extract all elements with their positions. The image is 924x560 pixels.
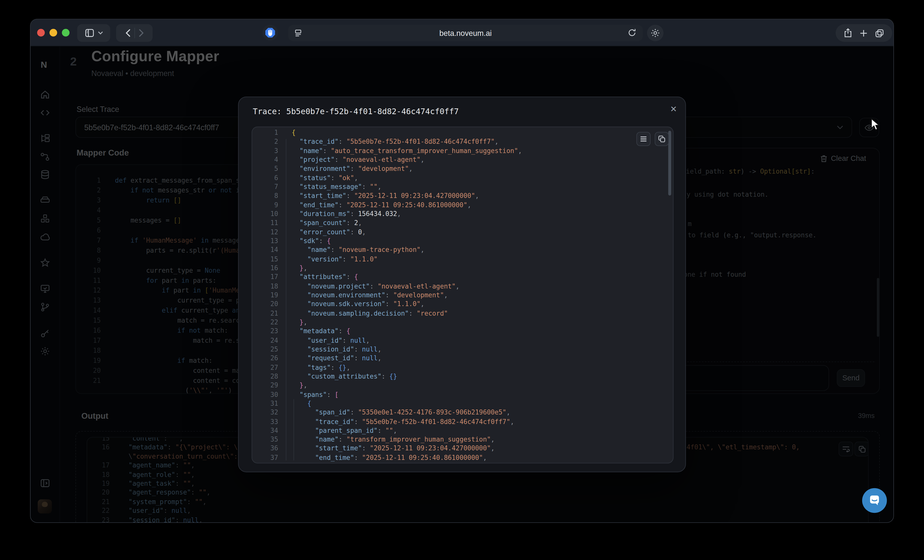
nav-button-group (116, 24, 153, 42)
mouse-cursor (871, 118, 881, 132)
trace-modal-title: Trace: 5b5e0b7e-f52b-4f01-8d82-46c474cf0… (253, 106, 459, 116)
format-json-button[interactable] (636, 132, 651, 146)
code-line: 36 "start_time": "2025-12-11 09:23:04.42… (252, 444, 673, 454)
minimize-window-button[interactable] (50, 29, 57, 37)
code-line: 31 { (252, 399, 673, 408)
sidebar-icon (85, 28, 94, 38)
content-blocker-extension-button[interactable] (262, 25, 278, 40)
code-line: 18 "noveum.project": "novaeval-etl-agent… (252, 282, 673, 291)
code-line: 32 "span_id": "5350e0e1-4252-4176-893c-9… (252, 408, 673, 417)
code-line: 16 }, (252, 264, 673, 273)
code-line: 4 "project": "novaeval-etl-agent", (252, 156, 673, 165)
code-line: 11 "span_count": 2, (252, 219, 673, 228)
code-line: 15 "version": "1.1.0" (252, 255, 673, 264)
url-text: beta.noveum.ai (440, 28, 492, 37)
new-tab-icon[interactable] (860, 29, 867, 37)
code-line: 26 "request_id": null, (252, 354, 673, 363)
zoom-window-button[interactable] (62, 29, 69, 37)
code-line: 12 "error_count": 0, (252, 228, 673, 237)
url-bar[interactable]: beta.noveum.ai (288, 25, 643, 41)
code-line: 7 "status_message": "", (252, 183, 673, 192)
forward-icon[interactable] (138, 29, 143, 37)
menu-lines-icon (640, 136, 647, 142)
trace-modal: Trace: 5b5e0b7e-f52b-4f01-8d82-46c474cf0… (238, 97, 686, 472)
code-line: 35 "name": "transform_improver_human_sug… (252, 435, 673, 444)
code-line: 23 "metadata": { (252, 327, 673, 336)
code-line: 1{ (252, 129, 673, 138)
back-icon[interactable] (125, 29, 130, 37)
code-line: 28 "custom_attributes": {} (252, 372, 673, 381)
close-icon[interactable]: ✕ (666, 102, 681, 116)
code-line: 34 "parent_span_id": "", (252, 426, 673, 435)
code-line: 21 "noveum.sampling.decision": "record" (252, 309, 673, 318)
code-line: 10 "duration_ms": 156434.032, (252, 210, 673, 219)
browser-window: beta.noveum.ai N (30, 19, 894, 523)
chevron-down-icon (98, 31, 103, 34)
reader-icon[interactable] (294, 29, 302, 37)
screen: beta.noveum.ai N (0, 0, 924, 560)
share-icon[interactable] (844, 28, 852, 38)
code-line: 9 "end_time": "2025-12-11 09:25:40.86100… (252, 201, 673, 210)
code-line: 3 "name": "auto_trace_transform_improver… (252, 147, 673, 156)
code-line: 8 "start_time": "2025-12-11 09:23:04.427… (252, 192, 673, 201)
code-line: 33 "trace_id": "5b5e0b7e-f52b-4f01-8d82-… (252, 417, 673, 426)
app-page: N 2 Configure Mapper Novaeval • (31, 46, 893, 522)
copy-json-button[interactable] (655, 132, 669, 146)
reload-icon[interactable] (627, 28, 636, 37)
code-line: 37 "end_time": "2025-12-11 09:25:40.8610… (252, 454, 673, 463)
code-line: 2 "trace_id": "5b5e0b7e-f52b-4f01-8d82-4… (252, 138, 673, 147)
code-line: 13 "sdk": { (252, 237, 673, 246)
code-line: 5 "environment": "development", (252, 165, 673, 174)
gear-icon (651, 28, 660, 38)
close-window-button[interactable] (37, 29, 45, 37)
code-line: 30 "spans": [ (252, 390, 673, 399)
code-line: 14 "name": "noveum-trace-python", (252, 246, 673, 255)
toolbar-right-group (836, 24, 892, 42)
trace-json-viewer[interactable]: 1{2 "trace_id": "5b5e0b7e-f52b-4f01-8d82… (252, 127, 674, 463)
content-blocker-icon (265, 27, 276, 38)
chat-bubble-icon (868, 494, 881, 507)
code-line: 17 "attributes": { (252, 273, 673, 282)
code-line: 25 "session_id": null, (252, 345, 673, 354)
copy-icon (658, 135, 665, 142)
code-line: 20 "noveum.sdk.version": "1.1.0", (252, 300, 673, 309)
code-line: 24 "user_id": null, (252, 336, 673, 345)
page-settings-button[interactable] (647, 25, 664, 41)
browser-toolbar: beta.noveum.ai (31, 19, 893, 46)
code-line: 19 "noveum.environment": "development", (252, 291, 673, 300)
support-chat-button[interactable] (862, 488, 887, 513)
code-line: 6 "status": "ok", (252, 174, 673, 183)
code-line: 22 }, (252, 318, 673, 327)
tabs-icon[interactable] (875, 28, 884, 37)
code-line: 29 }, (252, 381, 673, 390)
sidebar-toggle-button[interactable] (77, 24, 110, 42)
code-line: 27 "tags": {}, (252, 363, 673, 372)
